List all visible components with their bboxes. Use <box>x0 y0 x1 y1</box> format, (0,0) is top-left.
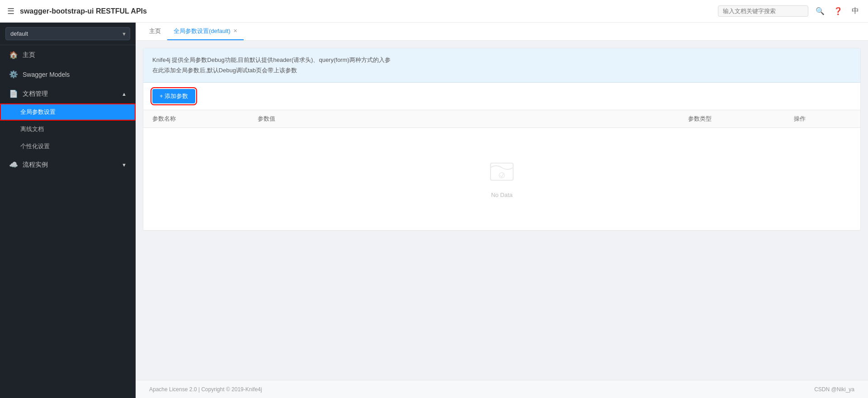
sidebar-item-global-params[interactable]: 全局参数设置 <box>0 103 136 121</box>
add-param-button[interactable]: + 添加参数 <box>152 89 195 103</box>
doc-management-section[interactable]: 📄 文档管理 ▲ <box>0 84 136 103</box>
info-line-1: Knife4j 提供全局参数Debug功能,目前默认提供header(请求头)、… <box>152 55 851 65</box>
doc-management-label: 文档管理 <box>23 90 48 98</box>
header-right: 🔍 ❓ 中 <box>718 5 861 18</box>
col-param-value: 参数值 <box>249 110 679 128</box>
info-line-2: 在此添加全局参数后,默认Debug调试tab页会带上该参数 <box>152 65 851 75</box>
header-title: swagger-bootstrap-ui RESTFUL APIs <box>20 7 718 15</box>
workflow-icon: ☁️ <box>9 160 18 169</box>
workflow-label: 流程实例 <box>23 161 48 169</box>
params-table: 参数名称 参数值 参数类型 操作 <box>143 110 860 230</box>
tab-global-params[interactable]: 全局参数设置(default) ✕ <box>167 23 244 40</box>
footer-watermark: CSDN @Niki_ya <box>814 386 854 393</box>
api-select-wrapper: default ▼ <box>0 23 136 45</box>
doc-management-icon: 📄 <box>9 89 18 98</box>
sidebar-item-home-label: 主页 <box>23 51 35 59</box>
no-data-wrapper: No Data <box>152 132 851 225</box>
no-data-cell: No Data <box>143 127 860 230</box>
content-area: 主页 全局参数设置(default) ✕ Knife4j 提供全局参数Debug… <box>136 23 868 398</box>
sidebar-item-swagger-models[interactable]: ⚙️ Swagger Models <box>0 65 136 84</box>
search-input[interactable] <box>718 5 808 17</box>
no-data-text: No Data <box>491 192 513 198</box>
footer-license: Apache License 2.0 | Copyright © 2019-Kn… <box>149 386 262 393</box>
workflow-section[interactable]: ☁️ 流程实例 ▼ <box>0 155 136 174</box>
col-actions: 操作 <box>785 110 861 128</box>
api-select[interactable]: default <box>5 27 130 40</box>
no-data-row: No Data <box>143 127 860 230</box>
sidebar-item-offline-docs[interactable]: 离线文档 <box>0 121 136 138</box>
sidebar: default ▼ 🏠 主页 ⚙️ Swagger Models 📄 文档管理 … <box>0 23 136 398</box>
tab-global-params-label: 全局参数设置(default) <box>174 27 231 35</box>
main-layout: default ▼ 🏠 主页 ⚙️ Swagger Models 📄 文档管理 … <box>0 23 868 398</box>
sidebar-item-personalization[interactable]: 个性化设置 <box>0 138 136 155</box>
no-data-icon <box>488 159 515 187</box>
sidebar-item-swagger-label: Swagger Models <box>23 71 70 78</box>
header: ☰ swagger-bootstrap-ui RESTFUL APIs 🔍 ❓ … <box>0 0 868 23</box>
doc-management-arrow-icon: ▲ <box>122 91 127 97</box>
home-icon: 🏠 <box>9 51 18 59</box>
content-card: Knife4j 提供全局参数Debug功能,目前默认提供header(请求头)、… <box>143 48 861 231</box>
col-param-name: 参数名称 <box>143 110 249 128</box>
workflow-arrow-icon: ▼ <box>122 162 127 168</box>
menu-icon[interactable]: ☰ <box>7 6 14 16</box>
swagger-icon: ⚙️ <box>9 70 18 79</box>
help-button[interactable]: ❓ <box>832 5 844 17</box>
info-banner: Knife4j 提供全局参数Debug功能,目前默认提供header(请求头)、… <box>143 48 860 83</box>
tab-home[interactable]: 主页 <box>143 23 167 40</box>
sidebar-personalization-label: 个性化设置 <box>20 142 50 150</box>
sidebar-item-home[interactable]: 🏠 主页 <box>0 45 136 65</box>
footer: Apache License 2.0 | Copyright © 2019-Kn… <box>136 380 868 398</box>
sidebar-global-params-label: 全局参数设置 <box>20 108 56 116</box>
toolbar: + 添加参数 <box>143 83 860 110</box>
search-button[interactable]: 🔍 <box>814 5 826 17</box>
tab-home-label: 主页 <box>149 27 161 35</box>
tabs-bar: 主页 全局参数设置(default) ✕ <box>136 23 868 41</box>
content-main: Knife4j 提供全局参数Debug功能,目前默认提供header(请求头)、… <box>136 41 868 380</box>
tab-close-icon[interactable]: ✕ <box>233 28 237 34</box>
sidebar-offline-docs-label: 离线文档 <box>20 125 44 133</box>
lang-button[interactable]: 中 <box>850 5 861 18</box>
col-param-type: 参数类型 <box>679 110 784 128</box>
